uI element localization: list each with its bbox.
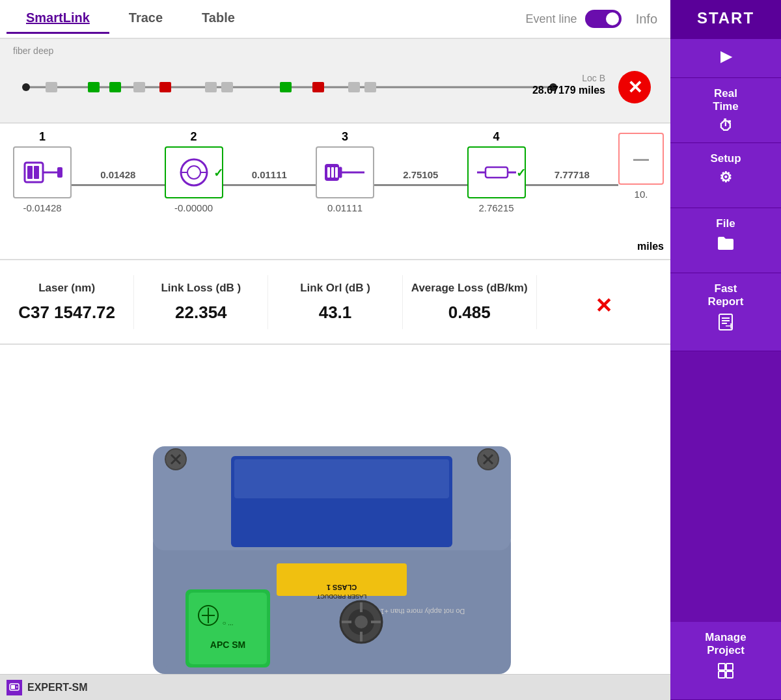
manageproject-icon [717,662,735,684]
svg-rect-7 [205,82,217,92]
connector-1: 0.01428 [72,169,165,186]
tab-smartlink[interactable]: SmartLink [7,4,109,34]
manageproject-button[interactable]: ManageProject [670,622,781,700]
events-row: 1 -0.01428 0.01428 [7,130,664,213]
measure-value-error: ✕ [595,293,612,318]
connector-3: 2.75105 [374,169,467,186]
resistor-icon [474,153,519,192]
event-number-1: 1 [39,130,46,144]
event-card-4: 4 ✓ 2.76215 [467,130,526,213]
fiber-distance: 28.67179 miles [532,85,605,96]
measure-value-avgloss: 0.485 [448,303,491,323]
measure-header-avgloss: Average Loss (dB/km) [411,282,528,295]
device-area: CLASS 1 LASER PRODUCT Do not apply more … [0,345,670,700]
info-label[interactable]: Info [629,12,664,27]
folder-icon [717,234,735,252]
status-bar: EXPERT-SM [0,674,670,700]
svg-rect-67 [11,685,15,689]
event-distance-below-3: 0.01111 [327,202,363,213]
events-section: 1 -0.01428 0.01428 [0,124,670,260]
svg-text:CLASS 1: CLASS 1 [327,584,357,591]
setup-icon: ⚙ [719,169,732,186]
fiber-section: fiber deep [0,39,670,124]
svg-rect-78 [726,671,733,678]
large-connector-icon [322,153,368,192]
main-area: SmartLink Trace Table Event line Info fi… [0,0,670,700]
svg-rect-11 [348,82,360,92]
play-button[interactable]: ▶ [670,39,781,78]
svg-rect-24 [327,167,330,178]
connector-2: 0.01111 [223,169,316,186]
file-button[interactable]: File [670,208,781,273]
event-line-toggle[interactable] [585,10,622,28]
svg-rect-48 [189,593,267,664]
svg-rect-10 [312,82,324,92]
top-nav: SmartLink Trace Table Event line Info [0,0,670,39]
svg-rect-8 [221,82,233,92]
event-box-2[interactable]: ✓ [165,146,223,198]
fastreport-icon [717,313,735,335]
event-dash-5: — [633,150,649,168]
fastreport-button[interactable]: FastReport [670,273,781,351]
event-box-3[interactable] [316,146,374,198]
realtime-button[interactable]: RealTime ⏱ [670,78,781,143]
file-icon [717,234,735,256]
start-button[interactable]: START [670,0,781,39]
report-icon [717,313,735,331]
measure-header-linkorl: Link Orl (dB ) [300,282,370,295]
svg-rect-77 [719,671,725,678]
miles-label: miles [637,241,664,252]
dist-label-2: 0.01111 [252,169,287,180]
measure-col-error: ✕ [537,279,670,325]
close-button[interactable]: ✕ [618,71,651,103]
manageproject-label: ManageProject [705,631,746,658]
fiber-label: fiber deep [13,46,53,56]
spool-icon [171,153,217,192]
event-number-4: 4 [493,130,499,144]
svg-rect-3 [88,82,100,92]
svg-rect-76 [726,664,733,670]
setup-button[interactable]: Setup ⚙ [670,143,781,208]
event-distance-below-4: 2.76215 [478,202,514,213]
event-card-1: 1 -0.01428 [13,130,72,213]
svg-text:LASER PRODUCT: LASER PRODUCT [316,593,366,600]
svg-rect-4 [109,82,121,92]
file-label: File [716,217,735,230]
status-device-name: EXPERT-SM [27,682,87,693]
event-box-4[interactable]: ✓ [467,146,526,198]
loc-b-label: Loc B [582,73,605,83]
setup-label: Setup [710,152,741,165]
event-box-5[interactable]: — [618,133,664,185]
checkmark-4: ✓ [516,166,526,180]
event-card-2: 2 ✓ -0.00000 [165,130,223,213]
measure-col-avgloss: Average Loss (dB/km) 0.485 [403,275,537,329]
device-svg: CLASS 1 LASER PRODUCT Do not apply more … [101,381,569,700]
svg-rect-27 [339,167,342,178]
event-line-area: Event line Info [526,10,664,28]
svg-rect-9 [280,82,292,92]
svg-rect-30 [486,167,508,178]
svg-rect-69 [719,314,732,330]
svg-point-20 [187,166,200,179]
svg-rect-18 [57,167,62,178]
fastreport-label: FastReport [708,282,744,309]
svg-rect-5 [133,82,145,92]
fiber-line: Loc B 28.67179 miles ✕ [13,68,657,107]
sidebar: START ▶ RealTime ⏱ Setup ⚙ File FastRepo… [670,0,781,700]
measure-value-linkloss: 22.354 [175,303,227,323]
dist-label-4: 7.77718 [555,169,590,180]
event-number-2: 2 [190,130,197,144]
measure-col-laser: Laser (nm) C37 1547.72 [0,275,134,329]
tab-table[interactable]: Table [182,4,254,34]
event-box-1[interactable] [13,146,72,198]
event-line-label: Event line [526,12,577,26]
dist-label-1: 0.01428 [100,169,135,180]
event-distance-below-2: -0.00000 [174,202,213,213]
checkmark-2: ✓ [213,166,223,180]
tab-trace[interactable]: Trace [109,4,182,34]
connector-icon [20,153,65,192]
event-card-3: 3 0.01111 [316,130,374,213]
svg-rect-36 [234,459,449,498]
measure-header-linkloss: Link Loss (dB ) [161,282,241,295]
svg-rect-26 [335,167,338,178]
